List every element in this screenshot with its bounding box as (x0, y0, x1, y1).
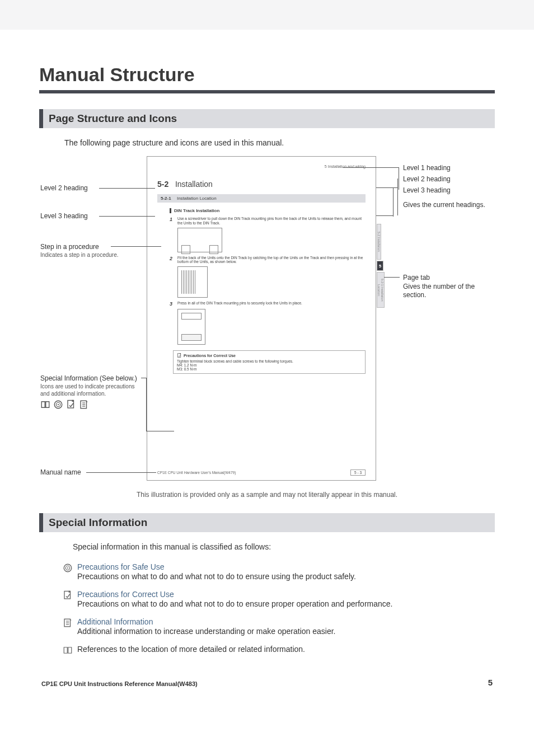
sample-tab-subsection: 5-2-1 Installation Location (377, 272, 385, 308)
page-body: Manual Structure Page Structure and Icon… (0, 30, 534, 698)
page-footer: CP1E CPU Unit Instructions Reference Man… (39, 678, 495, 687)
callout-r-level1: Level 1 heading (403, 164, 451, 172)
sample-tab-section: 5-2 Installation (377, 224, 381, 260)
page-structure-intro: The following page structure and icons a… (64, 138, 495, 147)
svg-rect-6 (72, 400, 74, 402)
correct-use-icon (177, 353, 182, 358)
diagram-caption: This illustration is provided only as a … (39, 491, 495, 499)
sample-h2-number: 5-2 (157, 180, 168, 189)
sample-precautions-box: Precautions for Correct Use Tighten term… (173, 350, 366, 374)
additional-info-icon (63, 618, 73, 628)
callout-icon-row (40, 400, 141, 410)
sample-page-tabs: 5-2 Installation 5 5-2-1 Installation Lo… (377, 224, 383, 309)
callout-level3: Level 3 heading (40, 212, 88, 220)
sample-tab-number: 5 (377, 261, 383, 271)
callout-r-level3: Level 3 heading (403, 186, 451, 194)
safe-use-icon (53, 400, 63, 410)
si-correct-use: Precautions for Correct Use Precautions … (63, 590, 495, 608)
special-info-intro: Special information in this manual is cl… (73, 542, 495, 551)
footer-page-number: 5 (488, 678, 493, 687)
sample-level2-heading: 5-2 Installation (157, 180, 366, 189)
si-desc: References to the location of more detai… (77, 645, 305, 654)
si-desc: Precautions on what to do and what not t… (77, 599, 392, 608)
svg-point-4 (58, 404, 59, 405)
additional-info-icon (79, 400, 89, 410)
si-desc: Additional information to increase under… (77, 627, 336, 636)
sample-page: 5 Installation and wiring 5-2 Installati… (147, 156, 376, 481)
top-band (0, 0, 534, 30)
callout-r-level2: Level 2 heading (403, 175, 451, 183)
book-icon (40, 400, 50, 410)
sample-step-1: Use a screwdriver to pull down the DIN T… (177, 217, 366, 226)
correct-use-icon (66, 400, 76, 410)
callout-step: Step in a procedure Indicates a step in … (40, 243, 141, 259)
si-title: Precautions for Correct Use (77, 590, 392, 599)
sample-h3-number: 5-2-1 (161, 196, 171, 201)
section-page-structure: Page Structure and Icons (39, 109, 495, 128)
sample-step-3: Press in all of the DIN Track mounting p… (177, 301, 366, 307)
si-title: Additional Information (77, 617, 336, 626)
svg-point-13 (67, 567, 68, 569)
sample-chapter-label: 5 Installation and wiring (157, 165, 366, 168)
correct-use-icon (63, 590, 73, 600)
sample-fig-3 (177, 309, 366, 345)
callout-special-info: Special Information (See below.) Icons a… (40, 374, 141, 410)
callout-r-gives: Gives the current headings. (403, 200, 485, 210)
sample-manual-name: CP1E CPU Unit Hardware User's Manual(W47… (157, 471, 236, 475)
callout-manual-name: Manual name (40, 468, 81, 476)
sample-prec-title: Precautions for Correct Use (184, 354, 236, 358)
title-rule (39, 90, 495, 93)
footer-manual-name: CP1E CPU Unit Instructions Reference Man… (41, 680, 198, 687)
section-special-info: Special Information (39, 513, 495, 532)
sample-page-number: 5 - 3 (350, 469, 366, 476)
callout-level2: Level 2 heading (40, 184, 88, 192)
sample-level3-heading: 5-2-1 Installation Location (157, 194, 366, 203)
si-reference: References to the location of more detai… (63, 645, 495, 655)
svg-rect-15 (69, 591, 71, 593)
svg-rect-1 (180, 354, 181, 355)
sample-h3-title: Installation Location (177, 196, 217, 201)
page-structure-diagram: 5 Installation and wiring 5-2 Installati… (40, 156, 494, 481)
si-desc: Precautions on what to do and what not t… (77, 572, 356, 581)
sample-step-2: Fit the back of the Units onto the DIN T… (177, 256, 366, 265)
special-info-list: Precautions for Safe Use Precautions on … (63, 562, 495, 655)
sample-prec-body: Tighten terminal block screws and cable … (177, 359, 362, 371)
si-safe-use: Precautions for Safe Use Precautions on … (63, 562, 495, 581)
safe-use-icon (63, 563, 73, 573)
page-title: Manual Structure (39, 64, 495, 86)
book-icon (63, 645, 73, 655)
sample-fig-2 (177, 266, 366, 298)
sample-fig-1 (177, 228, 366, 252)
si-additional-info: Additional Information Additional inform… (63, 617, 495, 636)
si-title: Precautions for Safe Use (77, 562, 356, 571)
sample-h2-title: Installation (175, 180, 213, 189)
sample-h4: DIN Track Installation (170, 208, 366, 213)
callout-page-tab: Page tab Gives the number of the section… (403, 274, 494, 299)
